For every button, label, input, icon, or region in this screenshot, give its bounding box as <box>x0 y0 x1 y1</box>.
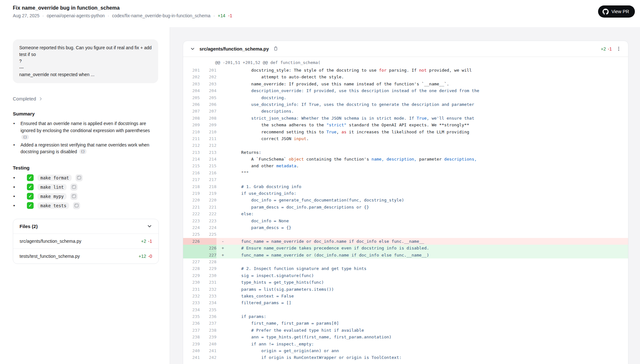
diff-marker <box>216 218 231 224</box>
diff-marker <box>216 210 231 217</box>
diff-line-ctx: 228229 # 2. Inspect function signature a… <box>183 265 628 272</box>
code-reference-chip[interactable]: {} <box>21 135 29 139</box>
diff-line-ctx: 236237 first_name, first_param = params[… <box>183 320 628 327</box>
code-text: param_descs = doc_info.param_description… <box>231 204 628 210</box>
diff-pane: src/agents/function_schema.py +2 -1 @@ -… <box>170 27 640 364</box>
files-panel-header[interactable]: Files (2) <box>13 219 158 233</box>
file-deletions: -1 <box>608 46 612 51</box>
code-text: if ann != inspect._empty: <box>231 341 628 347</box>
diff-line-ctx: 206206 use_docstring_info: If True, uses… <box>183 101 628 108</box>
diff-line-ctx: 214214 A `FuncSchema` object containing … <box>183 156 628 162</box>
task-sidebar: Someone reported this bug. Can you figur… <box>0 27 170 364</box>
diff-line-ctx: 205205 docstring. <box>183 94 628 101</box>
code-text: docstring. <box>231 94 628 101</box>
line-number-new: 228 <box>200 258 216 265</box>
diff-marker <box>216 313 231 320</box>
code-text: ann = type_hints.get(first_name, first_p… <box>231 334 628 340</box>
diff-line-ctx: 233234 filtered_params = [] <box>183 299 628 306</box>
line-number-new: 223 <box>200 218 216 224</box>
line-number-old: 228 <box>183 265 200 272</box>
view-pr-button[interactable]: View PR <box>598 5 635 18</box>
code-text: attempt to auto-detect the style. <box>231 74 628 80</box>
code-text: params = list(sig.parameters.items()) <box>231 286 628 293</box>
diff-marker <box>216 327 231 334</box>
task-date: Aug 27, 2025 <box>13 13 39 18</box>
diff-code-area: @@ -201,51 +201,52 @@ def function_schem… <box>183 57 628 364</box>
file-row[interactable]: src/agents/function_schema.py+2-1 <box>13 233 158 249</box>
line-number-new: 241 <box>200 347 216 354</box>
file-menu-button[interactable] <box>616 46 622 52</box>
terminal-log-button[interactable] <box>70 184 77 191</box>
terminal-log-button[interactable] <box>70 193 77 200</box>
summary-item-text: Added a regression test verifying that n… <box>20 142 158 155</box>
code-text: descriptions. <box>231 108 628 115</box>
bullet-icon: • <box>13 142 15 155</box>
code-text: recommend setting this to True, as it in… <box>231 129 628 135</box>
code-text: doc_info = None <box>231 218 628 224</box>
diff-line-ctx: 235236 if params: <box>183 313 628 320</box>
diff-marker <box>216 272 231 279</box>
summary-item-text: Ensured that an override name is applied… <box>20 120 158 141</box>
terminal-icon <box>72 194 76 198</box>
test-command: make mypy <box>37 193 67 200</box>
diff-marker <box>216 265 231 272</box>
copy-path-button[interactable] <box>273 46 279 52</box>
line-number-old: 238 <box>183 334 200 340</box>
code-text: strict_json_schema: Whether the JSON sch… <box>231 115 628 122</box>
line-number-old: 218 <box>183 183 200 190</box>
code-reference-chip[interactable]: {} <box>79 149 87 154</box>
code-text: if params: <box>231 313 628 320</box>
terminal-log-button[interactable] <box>76 174 83 181</box>
diff-filename: src/agents/function_schema.py <box>199 46 269 51</box>
terminal-icon <box>77 176 81 179</box>
top-header: Fix name_override bug in function_schema… <box>0 0 640 27</box>
line-number-new: 220 <box>200 197 216 203</box>
diff-line-ctx: 229230 sig = inspect.signature(func) <box>183 272 628 279</box>
user-message-line: Someone reported this bug. Can you figur… <box>19 44 152 58</box>
diff-marker <box>216 67 231 74</box>
diff-line-ctx: 203203 name_override: If provided, use t… <box>183 81 628 87</box>
diff-line-ctx: 230231 type_hints = get_type_hints(func) <box>183 279 628 286</box>
summary-heading: Summary <box>13 111 158 116</box>
code-text: # 2. Inspect function signature and get … <box>231 265 628 272</box>
line-number-new: 205 <box>200 94 216 101</box>
meta-separator: · <box>213 13 215 18</box>
line-number-old <box>183 245 200 251</box>
code-text <box>231 231 628 238</box>
line-number-new: 201 <box>200 67 216 74</box>
line-number-old: 204 <box>183 87 200 94</box>
code-text: and other metadata. <box>231 162 628 169</box>
diff-line-ctx: 238239 ann = type_hints.get(first_name, … <box>183 334 628 340</box>
file-row[interactable]: tests/test_function_schema.py+12-0 <box>13 249 158 264</box>
line-number-old: 235 <box>183 313 200 320</box>
diff-line-ctx: 225225 <box>183 231 628 238</box>
terminal-log-button[interactable] <box>73 202 80 209</box>
view-pr-label: View PR <box>612 9 629 14</box>
code-text: func_name = name_override or doc_info.na… <box>231 238 628 245</box>
line-number-old: 215 <box>183 162 200 169</box>
diff-marker <box>216 334 231 340</box>
files-panel: Files (2) src/agents/function_schema.py+… <box>13 219 159 264</box>
diff-marker <box>216 87 231 94</box>
collapse-file-button[interactable] <box>190 46 196 52</box>
line-number-new: 219 <box>200 190 216 197</box>
total-additions: +14 <box>218 13 225 18</box>
diff-line-ctx: 218218 # 1. Grab docstring info <box>183 183 628 190</box>
code-text: type_hints = get_type_hints(func) <box>231 279 628 286</box>
testing-item: •make mypy <box>13 193 158 200</box>
diff-marker <box>216 231 231 238</box>
diff-line-ctx: 204204 description_override: If provided… <box>183 87 628 94</box>
line-number-old: 206 <box>183 101 200 108</box>
diff-line-ctx: 219219 if use_docstring_info: <box>183 190 628 197</box>
diff-line-ctx: 241242 if origin is RunContextWrapper or… <box>183 354 628 361</box>
diff-marker <box>216 135 231 142</box>
completed-status[interactable]: Completed <box>13 96 43 101</box>
code-text: else: <box>231 210 628 217</box>
line-number-old: 205 <box>183 94 200 101</box>
diff-marker <box>216 347 231 354</box>
check-passed-icon <box>27 193 34 200</box>
code-text <box>231 176 628 183</box>
test-command: make format <box>37 175 72 181</box>
line-number-old: 207 <box>183 108 200 115</box>
diff-marker <box>216 204 231 210</box>
